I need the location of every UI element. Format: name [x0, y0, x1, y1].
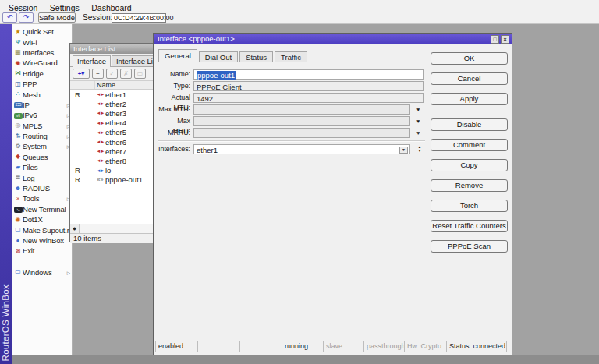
actual-mtu-value: 1492 [193, 93, 424, 103]
cancel-button[interactable]: Cancel [431, 72, 508, 85]
enable-button[interactable]: ✓ [106, 69, 118, 79]
tab-traffic[interactable]: Traffic [275, 51, 307, 62]
sidebar-item-windows[interactable]: ▭Windows▷ [12, 267, 72, 277]
dropdown-icon[interactable]: ▼ [399, 147, 408, 154]
redo-icon: ↷ [23, 13, 30, 21]
sidebar-item-quick-set[interactable]: ★Quick Set [12, 27, 72, 37]
copy-button[interactable]: Copy [431, 159, 508, 171]
chevron-down-icon[interactable]: ▼ [416, 107, 420, 112]
dialog-title: Interface <pppoe-out1> [158, 34, 235, 43]
row-flag: R [70, 175, 95, 184]
close-button[interactable]: × [501, 35, 509, 44]
torch-button[interactable]: Torch [431, 200, 508, 212]
sidebar-item-label: Make Supout.rif [23, 226, 73, 235]
wireguard-icon: ◉ [13, 59, 23, 67]
form-separator [158, 140, 425, 141]
tab-dial-out[interactable]: Dial Out [199, 51, 238, 62]
row-flag: R [70, 166, 95, 175]
tab-interface[interactable]: Interface [73, 55, 111, 67]
menu-bar: Session Settings Dashboard [0, 0, 599, 12]
updown-stepper[interactable]: ▲ ▼ [416, 145, 424, 153]
tab-status[interactable]: Status [239, 51, 273, 62]
max-mtu-row: Max MTU: ▼ [158, 104, 430, 115]
sidebar-item-system[interactable]: ⚙System▷ [12, 141, 72, 151]
undo-icon: ↶ [7, 13, 13, 21]
log-icon: ≣ [13, 174, 23, 182]
sidebar-item-bridge[interactable]: ⋈Bridge [12, 69, 72, 79]
ip-icon: 255 [14, 102, 23, 108]
pppoe-scan-button[interactable]: PPPoE Scan [431, 240, 508, 253]
row-flag: R [70, 90, 95, 99]
sidebar-item-tools[interactable]: ×Tools▷ [12, 193, 72, 203]
name-row: Name: pppoe-out1 [158, 69, 430, 80]
name-input[interactable]: pppoe-out1 [193, 69, 424, 80]
remove-button[interactable]: − [92, 69, 104, 79]
comment-button[interactable]: ▭ [134, 69, 146, 79]
disable-button[interactable]: Disable [431, 118, 508, 131]
scrollbar-left-icon[interactable]: ◆ [70, 224, 80, 233]
chevron-down-icon[interactable]: ▼ [416, 118, 420, 124]
disable-button[interactable]: ✗ [120, 69, 132, 79]
add-button[interactable]: +▾ [73, 69, 90, 79]
sidebar-item-new-terminal[interactable]: ›_New Terminal [12, 204, 72, 214]
sidebar-item-radius[interactable]: ☻RADIUS [12, 183, 72, 193]
tab-general[interactable]: General [158, 49, 197, 62]
sidebar-item-new-winbox[interactable]: ●New WinBox [12, 235, 72, 246]
undo-button[interactable]: ↶ [2, 12, 17, 23]
interfaces-row: Interfaces: ether1 ▼ ▲ ▼ [158, 144, 430, 154]
supout-file-icon: ▢ [13, 226, 23, 234]
routing-icon: ⇅ [13, 133, 23, 140]
max-mru-input[interactable] [193, 116, 410, 126]
sidebar-item-make-supout[interactable]: ▢Make Supout.rif [12, 224, 72, 235]
status-connected: Status: connected [446, 341, 507, 352]
sidebar-item-wifi[interactable]: ΨWiFi [12, 37, 72, 47]
sidebar-item-mpls[interactable]: ◎MPLS▷ [12, 121, 72, 131]
chevron-down-icon[interactable]: ▼ [416, 130, 420, 136]
sidebar-item-wireguard[interactable]: ◉WireGuard [12, 58, 72, 68]
sidebar-item-routing[interactable]: ⇅Routing▷ [12, 131, 72, 141]
windows-icon: ▭ [13, 268, 23, 276]
sidebar-item-label: PPP [23, 80, 37, 88]
sidebar-item-ipv6[interactable]: v6IPv6▷ [12, 110, 72, 120]
max-mru-row: Max MRU: ▼ [158, 116, 430, 126]
sidebar-item-queues[interactable]: ◆Queues [12, 152, 72, 162]
terminal-icon: ›_ [14, 207, 23, 213]
sidebar-item-dot1x[interactable]: ◉Dot1X [12, 214, 72, 224]
sidebar-item-label: New WinBox [23, 236, 64, 245]
sidebar-item-log[interactable]: ≣Log [12, 172, 72, 182]
window-bottom-edge [12, 355, 599, 364]
sidebar-item-mesh[interactable]: ∴Mesh [12, 89, 72, 99]
session-field[interactable]: 0C:D4:29:4B:00:00 [112, 13, 166, 23]
queues-icon: ◆ [13, 153, 23, 161]
arrow-down-icon: ▼ [416, 149, 424, 153]
system-gear-icon: ⚙ [13, 143, 23, 150]
mrru-row: MRRU: ▼ [158, 128, 430, 138]
maximize-button[interactable]: □ [491, 35, 499, 44]
comment-button[interactable]: Comment [431, 139, 508, 151]
sidebar-item-files[interactable]: ▰Files [12, 162, 72, 172]
ipv6-icon: v6 [14, 113, 23, 119]
apply-button[interactable]: Apply [431, 93, 508, 105]
safe-mode-button[interactable]: Safe Mode [38, 12, 76, 23]
max-mtu-label: Max MTU: [158, 104, 190, 115]
sidebar-item-label: IP [23, 101, 30, 109]
max-mtu-input[interactable] [193, 104, 410, 115]
interfaces-input[interactable]: ether1 ▼ [193, 144, 410, 154]
ok-button[interactable]: OK [431, 52, 508, 65]
quick-set-icon: ★ [13, 28, 23, 36]
sidebar-item-exit[interactable]: ⊠Exit [12, 246, 72, 256]
ethernet-icon: ◄► [95, 101, 105, 106]
sidebar-item-interfaces[interactable]: ▦Interfaces [12, 48, 72, 58]
sidebar-item-ip[interactable]: 255IP▷ [12, 100, 72, 110]
dialog-titlebar[interactable]: Interface <pppoe-out1> □ × [154, 34, 512, 44]
redo-button[interactable]: ↷ [19, 12, 34, 23]
sidebar-item-ppp[interactable]: ◫PPP [12, 79, 72, 89]
sidebar-item-label: WireGuard [23, 58, 58, 67]
sidebar-item-label: MPLS [23, 122, 42, 130]
remove-button[interactable]: Remove [431, 179, 508, 192]
reset-traffic-counters-button[interactable]: Reset Traffic Counters [431, 220, 508, 232]
mrru-input[interactable] [193, 128, 410, 138]
sidebar-item-label: IPv6 [23, 111, 37, 119]
ethernet-icon: ◄► [95, 130, 105, 135]
status-passthrough: passthrough [363, 341, 405, 352]
